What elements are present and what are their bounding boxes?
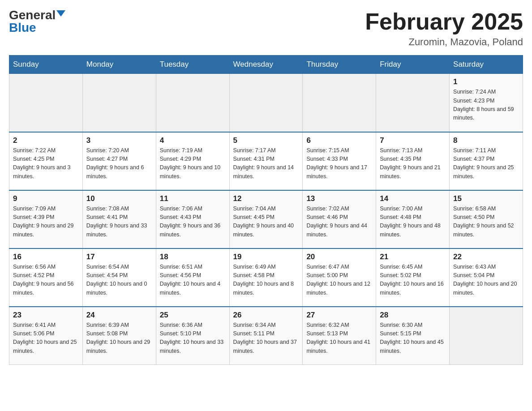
day-number: 24 [86,311,152,320]
day-number: 5 [233,136,299,145]
table-row [9,74,83,132]
day-info: Sunrise: 7:11 AMSunset: 4:37 PMDaylight:… [453,146,519,181]
day-number: 26 [233,311,299,320]
day-number: 3 [86,136,152,145]
day-number: 15 [453,194,519,203]
day-info: Sunrise: 6:56 AMSunset: 4:52 PMDaylight:… [13,263,79,298]
day-number: 1 [453,77,519,86]
day-info: Sunrise: 6:39 AMSunset: 5:08 PMDaylight:… [86,321,152,356]
day-number: 17 [86,253,152,261]
table-row: 3Sunrise: 7:20 AMSunset: 4:27 PMDaylight… [82,132,156,190]
day-number: 2 [13,136,79,145]
day-number: 21 [380,253,446,261]
header-tuesday: Tuesday [156,56,229,74]
table-row: 4Sunrise: 7:19 AMSunset: 4:29 PMDaylight… [156,132,229,190]
page-header: General Blue February 2025 Zuromin, Mazo… [9,9,523,48]
table-row: 21Sunrise: 6:45 AMSunset: 5:02 PMDayligh… [376,248,450,307]
table-row: 17Sunrise: 6:54 AMSunset: 4:54 PMDayligh… [82,248,156,307]
day-info: Sunrise: 6:47 AMSunset: 5:00 PMDaylight:… [306,263,372,298]
header-thursday: Thursday [303,56,376,74]
day-number: 7 [380,136,446,145]
day-number: 11 [160,194,226,203]
table-row: 5Sunrise: 7:17 AMSunset: 4:31 PMDaylight… [229,132,303,190]
day-number: 4 [160,136,226,145]
day-number: 22 [453,253,519,261]
day-number: 12 [233,194,299,203]
day-number: 27 [306,311,372,320]
logo: General Blue [9,9,65,34]
month-title: February 2025 [365,9,523,34]
table-row: 15Sunrise: 6:58 AMSunset: 4:50 PMDayligh… [450,190,523,248]
week-row-1: 1Sunrise: 7:24 AMSunset: 4:23 PMDaylight… [9,74,523,132]
table-row: 7Sunrise: 7:13 AMSunset: 4:35 PMDaylight… [376,132,450,190]
day-info: Sunrise: 7:06 AMSunset: 4:43 PMDaylight:… [160,205,226,240]
day-number: 10 [86,194,152,203]
day-info: Sunrise: 7:19 AMSunset: 4:29 PMDaylight:… [160,146,226,181]
day-info: Sunrise: 7:09 AMSunset: 4:39 PMDaylight:… [13,205,79,240]
day-info: Sunrise: 6:54 AMSunset: 4:54 PMDaylight:… [86,263,152,298]
header-saturday: Saturday [450,56,523,74]
table-row: 11Sunrise: 7:06 AMSunset: 4:43 PMDayligh… [156,190,229,248]
day-number: 9 [13,194,79,203]
logo-blue-text: Blue [9,21,36,34]
logo-triangle-icon [56,10,65,17]
day-info: Sunrise: 7:13 AMSunset: 4:35 PMDaylight:… [380,146,446,181]
header-monday: Monday [82,56,156,74]
table-row: 10Sunrise: 7:08 AMSunset: 4:41 PMDayligh… [82,190,156,248]
table-row: 1Sunrise: 7:24 AMSunset: 4:23 PMDaylight… [450,74,523,132]
day-number: 19 [233,253,299,261]
table-row [450,307,523,365]
logo-general-text: General [9,9,56,21]
location: Zuromin, Mazovia, Poland [365,36,523,48]
day-info: Sunrise: 6:49 AMSunset: 4:58 PMDaylight:… [233,263,299,298]
day-info: Sunrise: 6:34 AMSunset: 5:11 PMDaylight:… [233,321,299,356]
calendar-table: Sunday Monday Tuesday Wednesday Thursday… [9,55,523,365]
day-info: Sunrise: 7:02 AMSunset: 4:46 PMDaylight:… [306,205,372,240]
day-number: 25 [160,311,226,320]
week-row-5: 23Sunrise: 6:41 AMSunset: 5:06 PMDayligh… [9,307,523,365]
day-info: Sunrise: 6:32 AMSunset: 5:13 PMDaylight:… [306,321,372,356]
header-friday: Friday [376,56,450,74]
day-info: Sunrise: 7:20 AMSunset: 4:27 PMDaylight:… [86,146,152,181]
table-row [376,74,450,132]
table-row: 24Sunrise: 6:39 AMSunset: 5:08 PMDayligh… [82,307,156,365]
week-row-2: 2Sunrise: 7:22 AMSunset: 4:25 PMDaylight… [9,132,523,190]
table-row: 6Sunrise: 7:15 AMSunset: 4:33 PMDaylight… [303,132,376,190]
day-info: Sunrise: 7:15 AMSunset: 4:33 PMDaylight:… [306,146,372,181]
table-row: 27Sunrise: 6:32 AMSunset: 5:13 PMDayligh… [303,307,376,365]
day-info: Sunrise: 7:04 AMSunset: 4:45 PMDaylight:… [233,205,299,240]
day-number: 8 [453,136,519,145]
table-row: 9Sunrise: 7:09 AMSunset: 4:39 PMDaylight… [9,190,83,248]
table-row: 23Sunrise: 6:41 AMSunset: 5:06 PMDayligh… [9,307,83,365]
table-row: 14Sunrise: 7:00 AMSunset: 4:48 PMDayligh… [376,190,450,248]
table-row: 12Sunrise: 7:04 AMSunset: 4:45 PMDayligh… [229,190,303,248]
table-row: 22Sunrise: 6:43 AMSunset: 5:04 PMDayligh… [450,248,523,307]
table-row [303,74,376,132]
table-row: 13Sunrise: 7:02 AMSunset: 4:46 PMDayligh… [303,190,376,248]
day-info: Sunrise: 7:24 AMSunset: 4:23 PMDaylight:… [453,88,519,123]
day-number: 16 [13,253,79,261]
day-info: Sunrise: 6:45 AMSunset: 5:02 PMDaylight:… [380,263,446,298]
table-row: 28Sunrise: 6:30 AMSunset: 5:15 PMDayligh… [376,307,450,365]
day-info: Sunrise: 7:08 AMSunset: 4:41 PMDaylight:… [86,205,152,240]
table-row: 18Sunrise: 6:51 AMSunset: 4:56 PMDayligh… [156,248,229,307]
day-number: 23 [13,311,79,320]
day-info: Sunrise: 7:17 AMSunset: 4:31 PMDaylight:… [233,146,299,181]
header-wednesday: Wednesday [229,56,303,74]
header-sunday: Sunday [9,56,83,74]
day-number: 20 [306,253,372,261]
week-row-4: 16Sunrise: 6:56 AMSunset: 4:52 PMDayligh… [9,248,523,307]
day-number: 18 [160,253,226,261]
day-info: Sunrise: 6:43 AMSunset: 5:04 PMDaylight:… [453,263,519,298]
day-info: Sunrise: 6:58 AMSunset: 4:50 PMDaylight:… [453,205,519,240]
table-row: 2Sunrise: 7:22 AMSunset: 4:25 PMDaylight… [9,132,83,190]
day-number: 13 [306,194,372,203]
table-row: 8Sunrise: 7:11 AMSunset: 4:37 PMDaylight… [450,132,523,190]
day-info: Sunrise: 7:00 AMSunset: 4:48 PMDaylight:… [380,205,446,240]
table-row: 19Sunrise: 6:49 AMSunset: 4:58 PMDayligh… [229,248,303,307]
day-number: 14 [380,194,446,203]
table-row [82,74,156,132]
table-row: 16Sunrise: 6:56 AMSunset: 4:52 PMDayligh… [9,248,83,307]
table-row: 25Sunrise: 6:36 AMSunset: 5:10 PMDayligh… [156,307,229,365]
table-row: 26Sunrise: 6:34 AMSunset: 5:11 PMDayligh… [229,307,303,365]
